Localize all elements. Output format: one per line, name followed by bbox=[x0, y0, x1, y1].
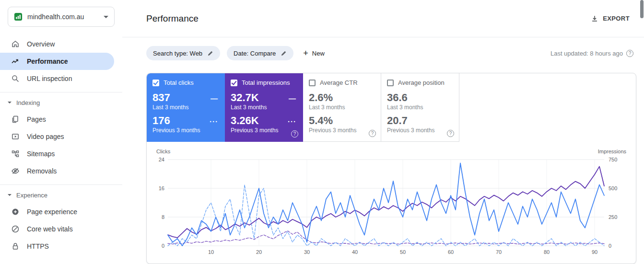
metric-label: Average CTR bbox=[320, 79, 358, 86]
sidebar-item-sitemaps[interactable]: Sitemaps bbox=[0, 145, 114, 162]
metric-caption-current: Last 3 months bbox=[231, 104, 297, 111]
sidebar-item-page-experience[interactable]: Page experience bbox=[0, 203, 114, 220]
right-tick-label: 0 bbox=[609, 243, 611, 249]
metric-value-current: 36.6 bbox=[387, 92, 408, 103]
main-content: Performance EXPORT Search type: Web Date… bbox=[122, 0, 644, 264]
help-icon[interactable]: ? bbox=[447, 130, 454, 137]
sidebar-section-indexing: Indexing Pages Video pages Sitemaps bbox=[0, 92, 122, 180]
sidebar-item-label: Sitemaps bbox=[27, 150, 55, 158]
x-tick-label: 70 bbox=[496, 249, 502, 255]
sidebar-item-url-inspection[interactable]: URL inspection bbox=[0, 70, 114, 87]
metric-value-previous: 20.7 bbox=[387, 115, 408, 126]
metric-card-total-clicks[interactable]: Total clicks 837 — Last 3 months 176 ···… bbox=[147, 73, 225, 142]
metric-value-previous: 5.4% bbox=[309, 115, 333, 126]
core-web-vitals-icon bbox=[11, 225, 20, 233]
solid-line-legend-icon: — bbox=[289, 94, 297, 103]
x-tick-label: 80 bbox=[544, 249, 550, 255]
property-selector[interactable]: mindhealth.com.au bbox=[8, 7, 115, 27]
metric-caption-current: Last 3 months bbox=[387, 104, 453, 111]
sidebar-nav: Overview Performance URL inspection bbox=[0, 35, 122, 87]
metric-value-current: 2.6% bbox=[309, 92, 333, 103]
new-filter-button[interactable]: + New bbox=[300, 49, 328, 57]
sidebar-item-label: Core web vitals bbox=[27, 225, 73, 233]
sidebar-item-core-web-vitals[interactable]: Core web vitals bbox=[0, 220, 114, 238]
left-tick-label: 0 bbox=[162, 243, 164, 249]
sidebar-item-pages[interactable]: Pages bbox=[0, 111, 114, 128]
left-tick-label: 8 bbox=[162, 214, 164, 220]
pages-icon bbox=[11, 115, 20, 124]
https-lock-icon bbox=[11, 242, 20, 251]
total-impressions-checkbox[interactable] bbox=[231, 80, 237, 86]
left-tick-label: 24 bbox=[159, 157, 164, 162]
metric-caption-previous: Previous 3 months bbox=[152, 127, 219, 134]
scrollbar[interactable] bbox=[640, 0, 644, 264]
x-tick-label: 40 bbox=[352, 249, 358, 255]
metric-card-average-ctr[interactable]: Average CTR 2.6% Last 3 months 5.4% Prev… bbox=[303, 73, 381, 142]
last-updated-text: Last updated: 8 hours ago bbox=[550, 50, 623, 57]
export-label: EXPORT bbox=[603, 15, 630, 22]
section-header-indexing[interactable]: Indexing bbox=[0, 94, 122, 111]
search-type-chip[interactable]: Search type: Web bbox=[146, 46, 220, 60]
chip-label: Search type: Web bbox=[153, 50, 202, 57]
total-clicks-checkbox[interactable] bbox=[152, 80, 159, 86]
metric-value-current: 837 bbox=[152, 92, 170, 103]
x-tick-label: 90 bbox=[592, 249, 597, 255]
filter-bar: Search type: Web Date: Compare + New Las… bbox=[122, 37, 644, 60]
chevron-down-icon bbox=[8, 194, 12, 196]
scrollbar-thumb[interactable] bbox=[640, 0, 644, 18]
chevron-down-icon bbox=[104, 16, 108, 18]
home-icon bbox=[11, 40, 20, 48]
help-icon[interactable]: ? bbox=[626, 50, 633, 57]
metric-card-average-position[interactable]: Average position 36.6 Last 3 months 20.7… bbox=[381, 73, 459, 142]
page-title: Performance bbox=[146, 13, 199, 24]
x-tick-label: 60 bbox=[448, 249, 454, 255]
sidebar-item-label: HTTPS bbox=[27, 242, 49, 250]
sitemaps-icon bbox=[11, 149, 20, 158]
x-tick-label: 50 bbox=[400, 249, 406, 255]
page-header: Performance EXPORT bbox=[122, 0, 644, 37]
last-updated: Last updated: 8 hours ago ? bbox=[550, 50, 633, 57]
new-filter-label: New bbox=[312, 50, 325, 57]
sidebar-item-overview[interactable]: Overview bbox=[0, 35, 114, 53]
sidebar-item-label: URL inspection bbox=[27, 75, 72, 82]
average-position-checkbox[interactable] bbox=[387, 80, 394, 86]
section-label: Experience bbox=[16, 192, 47, 199]
sidebar-item-label: Pages bbox=[27, 115, 46, 123]
chip-label: Date: Compare bbox=[234, 50, 276, 57]
metric-caption-current: Last 3 months bbox=[152, 104, 219, 111]
page-experience-icon bbox=[11, 207, 20, 216]
plus-icon: + bbox=[303, 49, 308, 57]
sidebar-section-experience: Experience Page experience Core web vita… bbox=[0, 184, 122, 255]
x-tick-label: 10 bbox=[208, 249, 214, 255]
right-axis-title: Impressions bbox=[598, 149, 626, 154]
dotted-line-legend-icon: ··· bbox=[210, 117, 219, 126]
help-icon[interactable]: ? bbox=[369, 130, 376, 137]
metric-caption-previous: Previous 3 months bbox=[231, 127, 297, 134]
sidebar-item-video-pages[interactable]: Video pages bbox=[0, 128, 114, 145]
sidebar-item-performance[interactable]: Performance bbox=[0, 53, 114, 70]
metric-label: Total clicks bbox=[164, 79, 194, 86]
performance-chart[interactable]: 1020304050607080900816240250500750 bbox=[155, 156, 628, 257]
chart-section: Clicks Impressions 102030405060708090081… bbox=[147, 142, 636, 257]
average-ctr-checkbox[interactable] bbox=[309, 80, 316, 86]
metric-tiles: Total clicks 837 — Last 3 months 176 ···… bbox=[147, 73, 636, 142]
solid-line-legend-icon: — bbox=[211, 94, 219, 103]
sidebar-item-removals[interactable]: Removals bbox=[0, 162, 114, 180]
metric-caption-current: Last 3 months bbox=[309, 104, 375, 111]
date-compare-chip[interactable]: Date: Compare bbox=[227, 46, 293, 60]
pencil-icon bbox=[281, 50, 287, 57]
metric-value-current: 32.7K bbox=[231, 92, 259, 103]
property-icon bbox=[14, 12, 23, 21]
export-button[interactable]: EXPORT bbox=[591, 15, 630, 23]
sidebar-item-label: Removals bbox=[27, 167, 57, 175]
section-label: Indexing bbox=[16, 99, 40, 106]
sidebar-item-label: Page experience bbox=[27, 208, 77, 216]
section-header-experience[interactable]: Experience bbox=[0, 187, 122, 203]
metric-card-total-impressions[interactable]: Total impressions 32.7K — Last 3 months … bbox=[225, 73, 303, 142]
metric-caption-previous: Previous 3 months bbox=[309, 127, 375, 134]
help-icon[interactable]: ? bbox=[291, 130, 298, 138]
magnifier-icon bbox=[11, 74, 20, 83]
sidebar-item-https[interactable]: HTTPS bbox=[0, 238, 114, 255]
sidebar: mindhealth.com.au Overview Performance U… bbox=[0, 0, 122, 264]
sidebar-item-label: Overview bbox=[27, 40, 55, 48]
